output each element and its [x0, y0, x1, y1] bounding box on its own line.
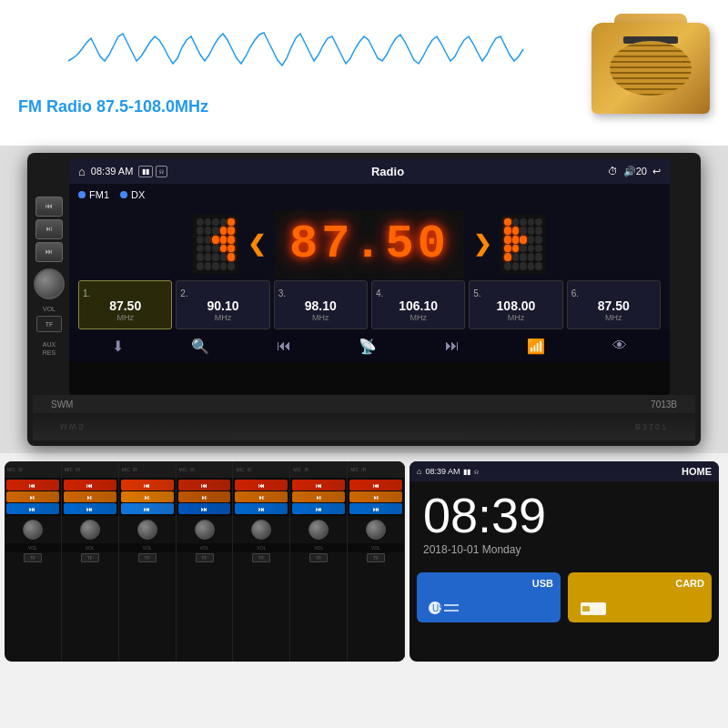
unit-column-7: MIC IR ⏮ ⏯ ⏭ VOL TF: [348, 461, 405, 662]
preset-btn-2[interactable]: 2. 90.10 MHz: [176, 280, 269, 329]
unit-column-1: MIC IR ⏮ ⏯ ⏭ VOL TF: [5, 461, 62, 662]
status-icons: ▮▮ ⍾: [138, 166, 167, 177]
unit-next-7[interactable]: ⏭: [349, 503, 402, 514]
card-icon-area: [575, 599, 704, 617]
usb-icon-area: USB: [424, 599, 553, 617]
tf-button[interactable]: TF: [36, 316, 62, 332]
unit-top-2: MIC IR: [62, 461, 118, 478]
unit-top-3: MIC IR: [119, 461, 176, 478]
preset-num-2: 2.: [177, 288, 187, 298]
aux-label: AUXRES: [43, 341, 56, 357]
prev-track-icon[interactable]: ⏮: [277, 338, 291, 354]
unit-buttons-2: ⏮ ⏯ ⏭: [62, 478, 118, 516]
unit-column-2: MIC IR ⏮ ⏯ ⏭ VOL TF: [62, 461, 119, 662]
battery-icon: ▮▮: [138, 166, 153, 177]
reflection-strip: MWS B3107: [33, 413, 695, 440]
unit-play-7[interactable]: ⏯: [349, 491, 402, 502]
unit-knob-area-4: [177, 516, 233, 543]
download-icon[interactable]: ⬇: [112, 338, 124, 355]
unit-tf-1[interactable]: TF: [24, 553, 42, 562]
top-section: FM Radio 87.5-108.0MHz: [0, 0, 728, 146]
unit-prev-7[interactable]: ⏮: [349, 480, 402, 490]
unit-next-2[interactable]: ⏭: [64, 503, 116, 514]
unit-labels-2: VOL: [62, 543, 118, 552]
preset-btn-6[interactable]: 6. 87.50 MHz: [567, 280, 661, 329]
usb-icon: USB: [428, 599, 464, 617]
prev-button[interactable]: ⏮: [35, 197, 63, 217]
unit-tf-3[interactable]: TF: [138, 553, 157, 562]
preset-btn-4[interactable]: 4. 106.10 MHz: [371, 280, 465, 329]
preset-num-5: 5.: [470, 288, 480, 298]
unit-prev-6[interactable]: ⏮: [292, 480, 345, 490]
preset-num-3: 3.: [275, 288, 286, 298]
unit-knob-6[interactable]: [308, 520, 329, 540]
unit-knob-area-2: [62, 516, 118, 543]
unit-play-6[interactable]: ⏯: [292, 491, 345, 502]
unit-knob-3[interactable]: [137, 520, 157, 540]
unit-play-5[interactable]: ⏯: [235, 491, 288, 502]
eye-icon[interactable]: 👁: [612, 338, 627, 354]
unit-tf-5[interactable]: TF: [252, 553, 270, 562]
unit-tf-4[interactable]: TF: [196, 553, 214, 562]
preset-freq-1: 87.50: [109, 298, 141, 313]
unit-labels-7: VOL: [348, 543, 404, 552]
arrow-right[interactable]: ❯: [473, 231, 491, 257]
multi-units-panel: MIC IR ⏮ ⏯ ⏭ VOL TF MIC IR: [5, 461, 405, 662]
volume-knob[interactable]: [34, 268, 65, 299]
unit-tf-6[interactable]: TF: [309, 553, 328, 562]
home-status-time: 08:39 AM: [425, 467, 460, 476]
unit-tf-7[interactable]: TF: [367, 553, 385, 562]
unit-knob-1[interactable]: [23, 520, 43, 540]
unit-next-4[interactable]: ⏭: [178, 503, 231, 514]
unit-prev-5[interactable]: ⏮: [235, 480, 288, 490]
home-date: 2018-10-01 Monday: [423, 543, 705, 556]
unit-play-1[interactable]: ⏯: [6, 491, 59, 502]
preset-freq-2: 90.10: [207, 298, 238, 313]
timer-icon: ⏱: [608, 166, 618, 177]
unit-prev-4[interactable]: ⏮: [178, 480, 231, 490]
mic-ir-labels: MIC IR: [293, 467, 308, 472]
home-status-left: ⌂ 08:39 AM ▮▮ ⍾: [417, 467, 479, 476]
preset-unit-1: MHz: [116, 313, 134, 322]
usb-button[interactable]: USB USB: [417, 572, 561, 622]
unit-next-1[interactable]: ⏭: [6, 503, 59, 514]
home-status-bar: ⌂ 08:39 AM ▮▮ ⍾ HOME: [410, 461, 719, 481]
search-icon[interactable]: 🔍: [191, 338, 209, 355]
unit-prev-2[interactable]: ⏮: [64, 480, 116, 490]
unit-next-6[interactable]: ⏭: [292, 503, 345, 514]
fm1-dot: [78, 191, 86, 198]
preset-btn-1[interactable]: 1. 87.50 MHz: [78, 280, 172, 329]
vol-label: VOL: [43, 306, 56, 313]
preset-num-1: 1.: [79, 288, 90, 298]
play-button[interactable]: ⏯: [35, 219, 63, 239]
preset-unit-2: MHz: [215, 313, 232, 322]
unit-prev-3[interactable]: ⏮: [121, 480, 174, 490]
wifi-icon[interactable]: 📶: [527, 338, 545, 355]
unit-column-3: MIC IR ⏮ ⏯ ⏭ VOL TF: [119, 461, 177, 662]
home-time-big: 08:39: [423, 490, 705, 540]
unit-knob-2[interactable]: [80, 520, 100, 540]
unit-knob-5[interactable]: [251, 520, 271, 540]
unit-play-2[interactable]: ⏯: [64, 491, 116, 502]
dx-indicator: DX: [120, 189, 145, 200]
preset-freq-5: 108.00: [497, 298, 536, 313]
unit-play-3[interactable]: ⏯: [121, 491, 174, 502]
home-icon[interactable]: ⌂: [78, 165, 86, 178]
arrow-left[interactable]: ❮: [248, 231, 266, 257]
back-icon[interactable]: ↩: [652, 166, 661, 177]
unit-knob-7[interactable]: [366, 520, 386, 540]
unit-buttons-7: ⏮ ⏯ ⏭: [348, 478, 404, 516]
next-track-icon[interactable]: ⏭: [445, 338, 460, 354]
unit-next-3[interactable]: ⏭: [121, 503, 174, 514]
preset-num-4: 4.: [372, 288, 383, 298]
unit-knob-4[interactable]: [195, 520, 215, 540]
preset-btn-5[interactable]: 5. 108.00 MHz: [469, 280, 562, 329]
cast-icon[interactable]: 📡: [359, 338, 377, 355]
preset-btn-3[interactable]: 3. 98.10 MHz: [274, 280, 368, 329]
unit-next-5[interactable]: ⏭: [235, 503, 288, 514]
unit-tf-2[interactable]: TF: [81, 553, 99, 562]
card-button[interactable]: CARD: [568, 572, 712, 622]
unit-play-4[interactable]: ⏯: [178, 491, 231, 502]
next-button[interactable]: ⏭: [35, 242, 63, 262]
unit-prev-1[interactable]: ⏮: [6, 480, 59, 490]
